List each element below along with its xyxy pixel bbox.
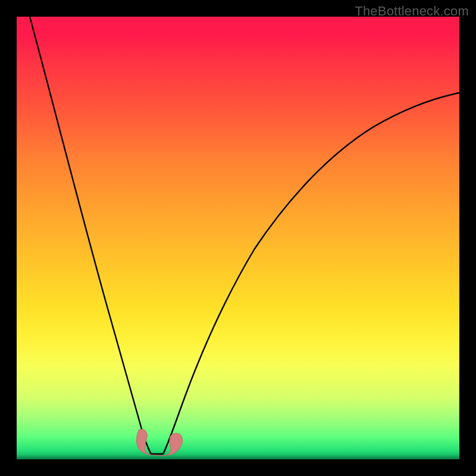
plot-area [17,17,459,459]
minimum-badge [136,430,182,456]
bottleneck-curve-svg [17,17,459,459]
bottleneck-curve-path [30,17,459,454]
watermark-label: TheBottleneck.com [355,4,469,19]
outer-frame: TheBottleneck.com [0,0,476,476]
